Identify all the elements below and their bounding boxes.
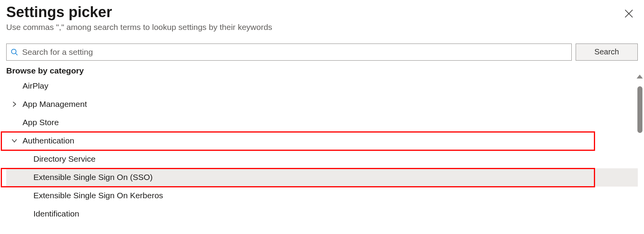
subcategory-extensible-sso-kerberos[interactable]: Extensible Single Sign On Kerberos bbox=[6, 187, 638, 205]
search-row: Search bbox=[6, 44, 638, 61]
close-button[interactable] bbox=[621, 6, 636, 21]
category-label: Authentication bbox=[23, 136, 74, 145]
category-label: App Management bbox=[23, 100, 87, 109]
close-icon bbox=[625, 9, 633, 18]
scrollbar[interactable] bbox=[636, 75, 643, 230]
search-button[interactable]: Search bbox=[576, 44, 638, 61]
svg-line-3 bbox=[16, 53, 17, 55]
search-icon bbox=[10, 48, 18, 56]
category-label: AirPlay bbox=[23, 81, 49, 91]
search-box[interactable] bbox=[6, 44, 572, 61]
category-tree: AirPlay App Management App Store Authent… bbox=[6, 77, 638, 223]
category-airplay[interactable]: AirPlay bbox=[6, 77, 638, 95]
category-authentication[interactable]: Authentication bbox=[6, 132, 638, 150]
subcategory-directory-service[interactable]: Directory Service bbox=[6, 150, 638, 168]
category-app-store[interactable]: App Store bbox=[6, 114, 638, 132]
subcategory-label: Extensible Single Sign On Kerberos bbox=[33, 191, 163, 200]
chevron-down-icon bbox=[12, 138, 23, 143]
svg-point-2 bbox=[12, 49, 16, 54]
subcategory-identification[interactable]: Identification bbox=[6, 205, 638, 223]
category-app-management[interactable]: App Management bbox=[6, 95, 638, 114]
header-row: Settings picker Use commas "," among sea… bbox=[6, 4, 638, 32]
header-text-block: Settings picker Use commas "," among sea… bbox=[6, 4, 272, 32]
subcategory-label: Identification bbox=[33, 209, 79, 218]
settings-picker-panel: Settings picker Use commas "," among sea… bbox=[0, 0, 644, 234]
search-input[interactable] bbox=[22, 47, 567, 57]
browse-by-category-label: Browse by category bbox=[6, 66, 638, 75]
subcategory-label: Directory Service bbox=[33, 154, 96, 164]
subcategory-extensible-sso[interactable]: Extensible Single Sign On (SSO) bbox=[6, 168, 638, 187]
subcategory-label: Extensible Single Sign On (SSO) bbox=[33, 173, 153, 182]
panel-title: Settings picker bbox=[6, 4, 272, 21]
scroll-thumb[interactable] bbox=[637, 86, 642, 133]
scroll-up-icon[interactable] bbox=[637, 75, 643, 79]
category-label: App Store bbox=[23, 118, 59, 127]
chevron-right-icon bbox=[12, 101, 23, 107]
panel-subtitle: Use commas "," among search terms to loo… bbox=[6, 23, 272, 32]
